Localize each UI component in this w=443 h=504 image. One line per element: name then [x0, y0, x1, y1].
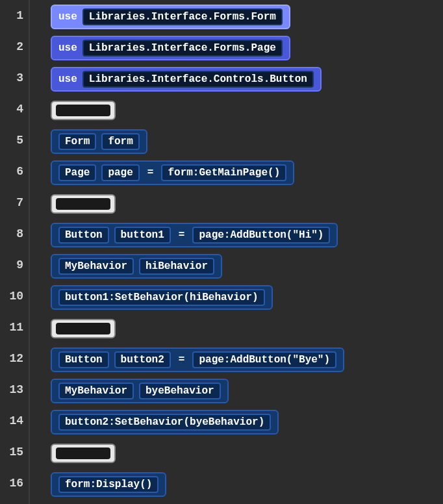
line-number[interactable]: 6: [5, 156, 23, 187]
code-block-empty[interactable]: [51, 438, 443, 469]
equals-operator: =: [176, 354, 188, 366]
method-call: form:Display(): [58, 476, 158, 493]
code-block-empty[interactable]: [51, 188, 443, 220]
code-block-call[interactable]: form:Display(): [51, 469, 443, 500]
line-gutter: 1 2 3 4 5 6 7 8 9 10 11 12 13 14 15 16: [0, 0, 30, 504]
code-block-empty[interactable]: [51, 95, 443, 126]
expression: page:AddButton("Hi"): [192, 227, 330, 244]
line-number[interactable]: 1: [5, 0, 23, 31]
type-name: Page: [58, 164, 96, 181]
line-number[interactable]: 3: [5, 62, 23, 94]
code-editor: 1 2 3 4 5 6 7 8 9 10 11 12 13 14 15 16 u…: [0, 0, 443, 504]
code-area[interactable]: use Libraries.Interface.Forms.Form use L…: [30, 0, 443, 504]
library-name: Libraries.Interface.Forms.Page: [82, 40, 283, 57]
line-number[interactable]: 12: [5, 343, 23, 374]
keyword-use: use: [58, 73, 77, 85]
code-block-assignment[interactable]: Page page = form:GetMainPage(): [51, 157, 443, 188]
line-number[interactable]: 10: [5, 281, 23, 312]
variable-name: hiBehavior: [139, 258, 214, 275]
code-block-call[interactable]: button1:SetBehavior(hiBehavior): [51, 282, 443, 313]
keyword-use: use: [58, 42, 77, 54]
code-block-empty[interactable]: [51, 313, 443, 344]
library-name: Libraries.Interface.Controls.Button: [82, 71, 314, 88]
variable-name: button1: [114, 227, 171, 244]
type-name: MyBehavior: [58, 258, 134, 275]
code-block-assignment[interactable]: Button button1 = page:AddButton("Hi"): [51, 220, 443, 251]
variable-name: form: [101, 133, 139, 150]
variable-name: button2: [114, 351, 171, 368]
code-block-use[interactable]: use Libraries.Interface.Forms.Form: [51, 1, 443, 32]
variable-name: page: [101, 164, 139, 181]
line-number[interactable]: 16: [5, 468, 23, 499]
code-block-use[interactable]: use Libraries.Interface.Controls.Button: [51, 64, 443, 95]
equals-operator: =: [145, 167, 157, 179]
variable-name: byeBehavior: [139, 383, 221, 399]
method-call: button1:SetBehavior(hiBehavior): [58, 289, 265, 306]
line-number[interactable]: 5: [5, 125, 23, 156]
line-number[interactable]: 4: [5, 94, 23, 125]
type-name: MyBehavior: [58, 383, 134, 399]
keyword-use: use: [58, 11, 77, 23]
type-name: Button: [58, 351, 109, 368]
line-number[interactable]: 2: [5, 31, 23, 62]
line-number[interactable]: 14: [5, 405, 23, 436]
code-block-assignment[interactable]: Button button2 = page:AddButton("Bye"): [51, 344, 443, 375]
line-number[interactable]: 8: [5, 218, 23, 249]
type-name: Button: [58, 227, 109, 244]
expression: form:GetMainPage(): [161, 164, 286, 181]
expression: page:AddButton("Bye"): [192, 351, 336, 368]
equals-operator: =: [176, 229, 188, 241]
method-call: button2:SetBehavior(byeBehavior): [58, 414, 271, 431]
code-block-declaration[interactable]: MyBehavior hiBehavior: [51, 251, 443, 282]
code-block-declaration[interactable]: Form form: [51, 126, 443, 157]
code-block-declaration[interactable]: MyBehavior byeBehavior: [51, 375, 443, 407]
code-block-use[interactable]: use Libraries.Interface.Forms.Page: [51, 32, 443, 64]
library-name: Libraries.Interface.Forms.Form: [82, 8, 283, 25]
line-number[interactable]: 9: [5, 249, 23, 281]
line-number[interactable]: 11: [5, 312, 23, 343]
line-number[interactable]: 15: [5, 436, 23, 468]
line-number[interactable]: 7: [5, 187, 23, 218]
line-number[interactable]: 13: [5, 374, 23, 405]
type-name: Form: [58, 133, 96, 150]
code-block-call[interactable]: button2:SetBehavior(byeBehavior): [51, 407, 443, 438]
